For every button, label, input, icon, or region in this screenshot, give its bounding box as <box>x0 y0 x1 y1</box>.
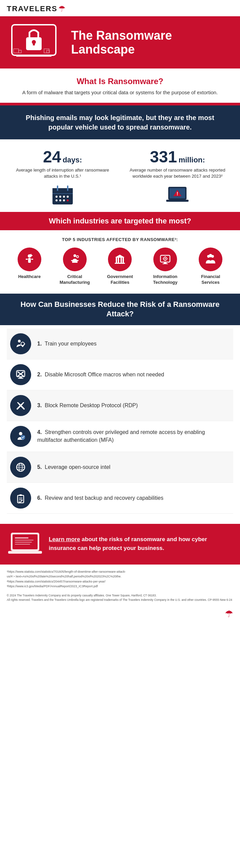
industries-label: TOP 5 INDUSTRIES AFFECTED BY RANSOMWARE³… <box>3 237 237 242</box>
svg-rect-5 <box>14 49 19 53</box>
tip-text-2: 2. Disable Microsoft Office macros when … <box>37 371 164 378</box>
svg-point-18 <box>67 196 69 198</box>
ref-1: ¹https://www.statista.com/statistics/701… <box>7 569 233 579</box>
svg-rect-3 <box>33 42 35 45</box>
hero-banner: The Ransomware Landscape <box>0 16 240 68</box>
svg-text:!: ! <box>177 191 178 196</box>
svg-rect-36 <box>77 260 79 261</box>
tip-text-1: 1. Train your employees <box>37 340 96 348</box>
svg-rect-61 <box>19 377 22 378</box>
svg-rect-51 <box>165 256 166 257</box>
stat-number-million: 331 million: <box>125 149 230 165</box>
svg-point-38 <box>77 256 78 257</box>
financial-icon-circle <box>199 248 222 271</box>
logo-text: TRAVELERS <box>7 4 58 13</box>
svg-rect-40 <box>116 257 117 263</box>
svg-rect-53 <box>163 258 164 259</box>
hero-title-container: The Ransomware Landscape <box>71 28 230 57</box>
tip-number-5: 5. <box>37 464 42 470</box>
howcan-header: How Can Businesses Reduce the Risk of a … <box>0 294 240 325</box>
stats-section: 24 days: Average length of interruption … <box>0 139 240 212</box>
svg-rect-43 <box>123 257 124 263</box>
svg-point-57 <box>209 254 212 257</box>
it-icon-circle <box>153 248 177 271</box>
svg-rect-41 <box>118 257 119 263</box>
svg-point-19 <box>56 199 58 201</box>
svg-rect-35 <box>71 260 73 261</box>
tip-number-6: 6. <box>37 495 42 501</box>
industry-item-government: Government Facilities <box>101 248 138 285</box>
svg-point-20 <box>59 199 61 201</box>
svg-rect-48 <box>162 263 168 264</box>
disable-macros-icon <box>10 364 31 385</box>
tip-item-6: 6. Review and test backup and recovery c… <box>7 483 233 514</box>
svg-point-21 <box>63 199 65 201</box>
industries-icons-row: Healthcare Critical Manufacturing <box>3 248 237 285</box>
industry-item-financial: Financial Services <box>192 248 229 285</box>
laptop-warning-icon: ! <box>125 185 230 205</box>
industry-label-healthcare: Healthcare <box>18 274 41 280</box>
svg-rect-47 <box>164 262 167 263</box>
industries-header: Which industries are targeted the most? <box>0 212 240 230</box>
tip-text-3: 3. Block Remote Desktop Protocol (RDP) <box>37 402 138 409</box>
tip-item-3: 3. Block Remote Desktop Protocol (RDP) <box>7 390 233 421</box>
red-divider <box>0 103 240 105</box>
svg-point-50 <box>165 258 166 259</box>
tip-number-1: 1. <box>37 341 42 347</box>
calendar-icon <box>10 185 115 205</box>
industry-label-government: Government Facilities <box>101 274 138 285</box>
healthcare-icon-circle <box>18 248 41 271</box>
industries-section: TOP 5 INDUSTRIES AFFECTED BY RANSOMWARE³… <box>0 230 240 294</box>
what-description: A form of malware that targets your crit… <box>14 89 226 97</box>
svg-rect-77 <box>15 537 28 538</box>
phishing-banner: Phishing emails may look legitimate, but… <box>0 105 240 139</box>
manufacturing-icon-circle <box>63 248 87 271</box>
tips-section: 1. Train your employees 2. Disable Micro… <box>0 325 240 520</box>
svg-rect-52 <box>165 260 166 261</box>
svg-rect-30 <box>26 259 28 260</box>
tip-number-4: 4. <box>37 429 42 435</box>
legal-line-2: All rights reserved. Travelers and the T… <box>7 598 233 602</box>
svg-rect-62 <box>18 378 23 379</box>
svg-rect-33 <box>29 255 32 256</box>
svg-rect-45 <box>116 257 124 258</box>
logo-umbrella-icon: ☂ <box>58 4 66 14</box>
industry-label-it: Information Technology <box>147 274 184 285</box>
tip-text-4: 4. Strengthen controls over privileged a… <box>37 429 230 444</box>
svg-point-22 <box>67 199 69 201</box>
footer-references: ¹https://www.statista.com/statistics/701… <box>0 564 240 592</box>
hero-title: The Ransomware Landscape <box>71 28 230 57</box>
tip-item-4: 4. Strengthen controls over privileged a… <box>7 421 233 452</box>
svg-point-58 <box>18 340 21 342</box>
industry-label-financial: Financial Services <box>192 274 229 285</box>
ref-3: ³https://www.ic3.gov/Media/PDF/AnnualRep… <box>7 584 233 589</box>
government-icon-circle <box>108 248 132 271</box>
open-source-intel-icon <box>10 457 31 478</box>
svg-point-15 <box>56 196 58 198</box>
footer-legal: © 2024 The Travelers Indemnity Company a… <box>0 591 240 607</box>
industry-label-manufacturing: Critical Manufacturing <box>56 274 93 285</box>
header: TRAVELERS ☂ <box>0 0 240 16</box>
svg-rect-79 <box>15 542 32 542</box>
what-ransomware-section: What Is Ransomware? A form of malware th… <box>0 68 240 103</box>
backup-recovery-icon <box>10 488 31 509</box>
svg-rect-54 <box>167 258 168 259</box>
footer-logo-row: ☂ <box>0 607 240 624</box>
svg-point-65 <box>19 432 22 435</box>
learn-more-text[interactable]: Learn more about the risks of ransomware… <box>49 535 232 552</box>
train-employees-icon <box>10 333 31 354</box>
hero-lock-icon <box>10 23 64 62</box>
learn-laptop-icon <box>8 531 42 556</box>
svg-point-16 <box>59 196 61 198</box>
learn-more-footer: Learn more about the risks of ransomware… <box>0 524 240 564</box>
learn-more-link[interactable]: Learn more <box>49 536 80 542</box>
stat-desc-days: Average length of interruption after ran… <box>10 167 115 179</box>
tip-item-5: 5. Leverage open-source intel <box>7 452 233 483</box>
tip-text-5: 5. Leverage open-source intel <box>37 463 110 471</box>
ref-2: ²https://www.statista.com/statistics/204… <box>7 579 233 584</box>
tip-number-2: 2. <box>37 372 42 377</box>
svg-point-34 <box>73 254 76 257</box>
svg-point-17 <box>63 196 65 198</box>
svg-rect-29 <box>28 258 31 263</box>
block-rdp-icon <box>10 395 31 416</box>
